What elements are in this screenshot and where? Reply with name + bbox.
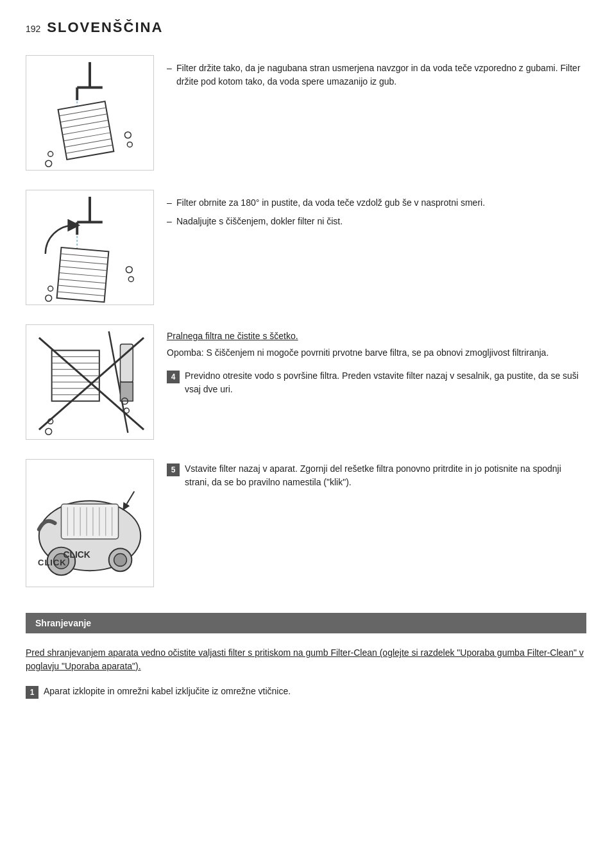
svg-text:CLICK: CLICK	[63, 549, 90, 560]
page-title: SLOVENŠČINA	[47, 19, 163, 36]
svg-point-29	[48, 286, 53, 291]
svg-point-48	[124, 408, 129, 413]
svg-point-15	[127, 142, 132, 147]
warning-underline: Pralnega filtra ne čistite s ščetko.	[167, 331, 586, 341]
illustration-a	[26, 55, 154, 171]
svg-point-14	[124, 132, 131, 138]
svg-point-28	[46, 295, 52, 301]
svg-point-12	[46, 160, 52, 167]
instruction-row-c: Pralnega filtra ne čistite s ščetko. Opo…	[26, 324, 586, 440]
illustration-b	[26, 190, 154, 305]
storage-header: Shranjevanje	[26, 613, 586, 633]
step-5-text: Vstavite filter nazaj v aparat. Zgornji …	[185, 462, 586, 489]
instruction-text-a: Filter držite tako, da je nagubana stran…	[167, 55, 586, 94]
step-5-inline: 5 Vstavite filter nazaj v aparat. Zgornj…	[167, 462, 586, 489]
svg-point-53	[114, 554, 127, 567]
illustration-step5: CLICK CLICK	[26, 459, 154, 587]
storage-step-1: 1 Aparat izklopite in omrežni kabel izkl…	[26, 685, 586, 699]
content-area: Filter držite tako, da je nagubana stran…	[26, 55, 586, 699]
svg-point-31	[128, 276, 133, 281]
step-5-label: 5	[167, 463, 180, 476]
illustration-c	[26, 324, 154, 440]
click-label: CLICK	[38, 558, 67, 567]
instruction-text-b: Filter obrnite za 180° in pustite, da vo…	[167, 190, 586, 233]
step-4-label: 4	[167, 371, 180, 383]
step-4-container: 4 Previdno otresite vodo s površine filt…	[167, 369, 586, 396]
storage-section: Shranjevanje Pred shranjevanjem aparata …	[26, 606, 586, 699]
page: 192 SLOVENŠČINA	[0, 0, 612, 868]
page-header: 192 SLOVENŠČINA	[26, 19, 586, 36]
svg-point-13	[48, 151, 53, 156]
instruction-item: Filter držite tako, da je nagubana stran…	[167, 62, 586, 88]
svg-rect-54	[61, 504, 118, 538]
instruction-text-c: Pralnega filtra ne čistite s ščetko. Opo…	[167, 324, 586, 396]
instruction-item-b2: Nadaljujte s čiščenjem, dokler filter ni…	[167, 215, 586, 228]
instruction-row-a: Filter držite tako, da je nagubana stran…	[26, 55, 586, 171]
storage-step-1-label: 1	[26, 686, 38, 699]
step-5-row: CLICK CLICK 5 Vstavite filter nazaj v ap…	[26, 459, 586, 587]
instruction-item-b1: Filter obrnite za 180° in pustite, da vo…	[167, 196, 586, 210]
storage-step-1-text: Aparat izklopite in omrežni kabel izklju…	[44, 685, 586, 698]
svg-point-30	[126, 267, 132, 273]
svg-point-45	[46, 428, 52, 435]
step-5-content: 5 Vstavite filter nazaj v aparat. Zgornj…	[167, 459, 586, 489]
page-number: 192	[26, 24, 40, 34]
warning-note: Opomba: S čiščenjem ni mogoče povrniti p…	[167, 346, 586, 360]
storage-underline-text: Pred shranjevanjem aparata vedno očistit…	[26, 647, 584, 671]
instruction-row-b: Filter obrnite za 180° in pustite, da vo…	[26, 190, 586, 305]
step-4-text: Previdno otresite vodo s površine filtra…	[185, 369, 586, 396]
